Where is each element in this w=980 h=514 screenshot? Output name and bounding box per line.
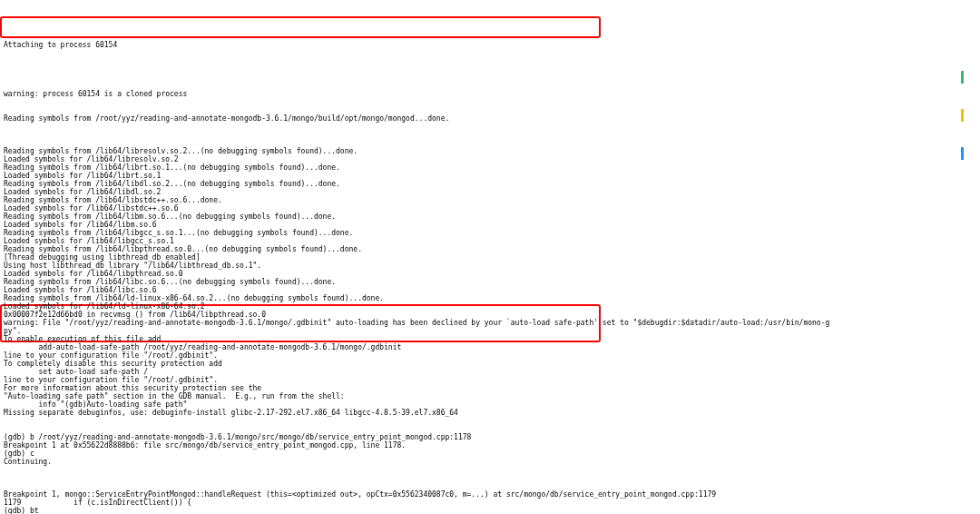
- terminal-line: info "(gdb)Auto-loading safe path": [0, 400, 980, 409]
- terminal-line: Reading symbols from /lib64/libstdc++.so…: [0, 196, 980, 204]
- terminal-line: Breakpoint 1 at 0x55622d8888b6: file src…: [0, 441, 980, 450]
- terminal-body-highlight2: (gdb) b /root/yyz/reading-and-annotate-m…: [0, 433, 980, 466]
- highlight-box-1: [0, 16, 601, 38]
- terminal-blank: [0, 65, 980, 74]
- terminal-line: Reading symbols from /lib64/librt.so.1..…: [0, 163, 980, 172]
- terminal-line: line to your configuration file "/root/.…: [0, 376, 980, 384]
- terminal-line: Missing separate debuginfos, use: debugi…: [0, 409, 980, 417]
- terminal-line: For more information about this security…: [0, 384, 980, 392]
- terminal-body-pre: Reading symbols from /lib64/libresolv.so…: [0, 147, 980, 417]
- terminal-line: Loaded symbols for /lib64/libpthread.so.…: [0, 270, 980, 278]
- terminal-line: To completely disable this security prot…: [0, 360, 980, 368]
- gdb-terminal[interactable]: Attaching to process 60154 warning: proc…: [0, 0, 980, 514]
- terminal-line: Reading symbols from /lib64/libdl.so.2..…: [0, 180, 980, 188]
- terminal-line: (gdb) bt: [0, 507, 980, 514]
- terminal-line: Reading symbols from /lib64/ld-linux-x86…: [0, 294, 980, 302]
- terminal-line: py".: [0, 327, 980, 335]
- terminal-line: warning: File "/root/yyz/reading-and-ann…: [0, 319, 980, 327]
- terminal-line: Reading symbols from /lib64/libm.so.6...…: [0, 213, 980, 221]
- terminal-line: 0x00007f2e12d66bd0 in recvmsg () from /l…: [0, 311, 980, 319]
- terminal-line: Reading symbols from /lib64/libresolv.so…: [0, 147, 980, 155]
- terminal-line: Loaded symbols for /lib64/librt.so.1: [0, 172, 980, 180]
- highlight1-line-b: Reading symbols from /root/yyz/reading-a…: [0, 114, 980, 123]
- terminal-line: Loaded symbols for /lib64/libstdc++.so.6: [0, 204, 980, 213]
- terminal-line: Reading symbols from /lib64/libpthread.s…: [0, 245, 980, 253]
- terminal-line: To enable execution of this file add: [0, 335, 980, 343]
- terminal-line: line to your configuration file "/root/.…: [0, 351, 980, 360]
- highlight1-line-a: warning: process 60154 is a cloned proce…: [0, 90, 980, 98]
- terminal-line: Reading symbols from /lib64/libc.so.6...…: [0, 278, 980, 286]
- terminal-line: Reading symbols from /lib64/libgcc_s.so.…: [0, 229, 980, 237]
- terminal-line: Loaded symbols for /lib64/ld-linux-x86-6…: [0, 302, 980, 311]
- terminal-line: add-auto-load-safe-path /root/yyz/readin…: [0, 343, 980, 351]
- terminal-line: [Thread debugging using libthread_db ena…: [0, 253, 980, 262]
- terminal-line: 1179 if (c.isInDirectClient()) {: [0, 499, 980, 507]
- terminal-line: Loaded symbols for /lib64/libresolv.so.2: [0, 155, 980, 163]
- terminal-title: Attaching to process 60154: [0, 41, 980, 49]
- terminal-line: (gdb) c: [0, 450, 980, 458]
- terminal-line: "Auto-loading safe path" section in the …: [0, 392, 980, 400]
- terminal-body-post: Breakpoint 1, mongo::ServiceEntryPointMo…: [0, 482, 980, 514]
- terminal-line: Continuing.: [0, 458, 980, 466]
- terminal-line: (gdb) b /root/yyz/reading-and-annotate-m…: [0, 433, 980, 441]
- terminal-line: Loaded symbols for /lib64/libdl.so.2: [0, 188, 980, 196]
- terminal-line: set auto-load safe-path /: [0, 368, 980, 376]
- terminal-line: Loaded symbols for /lib64/libc.so.6: [0, 286, 980, 294]
- terminal-line: Loaded symbols for /lib64/libm.so.6: [0, 221, 980, 229]
- terminal-line: Loaded symbols for /lib64/libgcc_s.so.1: [0, 237, 980, 245]
- terminal-line: Using host libthread_db library "/lib64/…: [0, 262, 980, 270]
- terminal-line: Breakpoint 1, mongo::ServiceEntryPointMo…: [0, 490, 980, 499]
- terminal-line: [0, 482, 980, 490]
